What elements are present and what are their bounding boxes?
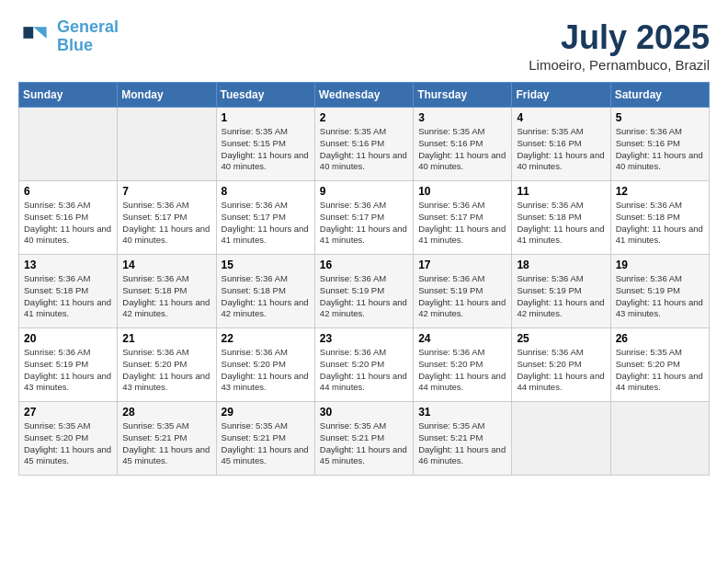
- day-info: Sunrise: 5:35 AM Sunset: 5:20 PM Dayligh…: [616, 347, 704, 394]
- calendar-cell: 26Sunrise: 5:35 AM Sunset: 5:20 PM Dayli…: [610, 328, 709, 402]
- weekday-header-row: SundayMondayTuesdayWednesdayThursdayFrid…: [19, 83, 710, 108]
- day-number: 31: [418, 406, 506, 419]
- day-info: Sunrise: 5:36 AM Sunset: 5:17 PM Dayligh…: [122, 200, 210, 247]
- day-info: Sunrise: 5:36 AM Sunset: 5:18 PM Dayligh…: [517, 200, 605, 247]
- weekday-header: Friday: [512, 83, 610, 108]
- day-number: 23: [320, 332, 408, 345]
- logo-text: General Blue: [57, 18, 119, 55]
- day-number: 9: [320, 185, 408, 198]
- calendar-cell: 12Sunrise: 5:36 AM Sunset: 5:18 PM Dayli…: [610, 181, 709, 255]
- day-info: Sunrise: 5:36 AM Sunset: 5:20 PM Dayligh…: [122, 347, 210, 394]
- day-number: 18: [517, 259, 605, 271]
- day-info: Sunrise: 5:36 AM Sunset: 5:20 PM Dayligh…: [222, 347, 310, 394]
- calendar-cell: 18Sunrise: 5:36 AM Sunset: 5:19 PM Dayli…: [512, 255, 610, 328]
- day-number: 1: [222, 111, 310, 124]
- day-number: 11: [517, 185, 605, 198]
- calendar-cell: 6Sunrise: 5:36 AM Sunset: 5:16 PM Daylig…: [19, 181, 118, 255]
- calendar-cell: 10Sunrise: 5:36 AM Sunset: 5:17 PM Dayli…: [414, 181, 512, 255]
- weekday-header: Wednesday: [314, 83, 413, 108]
- day-number: 14: [122, 259, 210, 271]
- weekday-header: Tuesday: [216, 83, 314, 108]
- calendar-cell: 29Sunrise: 5:35 AM Sunset: 5:21 PM Dayli…: [216, 402, 314, 476]
- calendar-cell: 22Sunrise: 5:36 AM Sunset: 5:20 PM Dayli…: [216, 328, 314, 402]
- day-number: 3: [418, 111, 506, 124]
- calendar-cell: 17Sunrise: 5:36 AM Sunset: 5:19 PM Dayli…: [414, 255, 512, 328]
- calendar-cell: [610, 402, 709, 476]
- day-info: Sunrise: 5:36 AM Sunset: 5:16 PM Dayligh…: [24, 200, 112, 247]
- calendar-cell: [512, 402, 610, 476]
- day-number: 28: [122, 406, 210, 419]
- day-info: Sunrise: 5:36 AM Sunset: 5:20 PM Dayligh…: [517, 347, 605, 394]
- calendar-cell: 21Sunrise: 5:36 AM Sunset: 5:20 PM Dayli…: [118, 328, 216, 402]
- day-number: 5: [616, 111, 704, 124]
- calendar-cell: 24Sunrise: 5:36 AM Sunset: 5:20 PM Dayli…: [414, 328, 512, 402]
- calendar-cell: 31Sunrise: 5:35 AM Sunset: 5:21 PM Dayli…: [414, 402, 512, 476]
- weekday-header: Saturday: [610, 83, 709, 108]
- day-number: 7: [122, 185, 210, 198]
- calendar-cell: [118, 108, 216, 181]
- day-number: 19: [616, 259, 704, 271]
- day-info: Sunrise: 5:35 AM Sunset: 5:20 PM Dayligh…: [24, 420, 112, 467]
- calendar-cell: [19, 108, 118, 181]
- day-info: Sunrise: 5:36 AM Sunset: 5:18 PM Dayligh…: [122, 273, 210, 320]
- calendar-cell: 1Sunrise: 5:35 AM Sunset: 5:15 PM Daylig…: [216, 108, 314, 181]
- day-number: 15: [222, 259, 310, 271]
- day-number: 8: [222, 185, 310, 198]
- day-number: 25: [517, 332, 605, 345]
- calendar-cell: 8Sunrise: 5:36 AM Sunset: 5:17 PM Daylig…: [216, 181, 314, 255]
- calendar-week-row: 20Sunrise: 5:36 AM Sunset: 5:19 PM Dayli…: [19, 328, 710, 402]
- weekday-header: Monday: [118, 83, 216, 108]
- day-info: Sunrise: 5:35 AM Sunset: 5:21 PM Dayligh…: [320, 420, 408, 467]
- calendar-cell: 25Sunrise: 5:36 AM Sunset: 5:20 PM Dayli…: [512, 328, 610, 402]
- day-number: 2: [320, 111, 408, 124]
- calendar-cell: 23Sunrise: 5:36 AM Sunset: 5:20 PM Dayli…: [314, 328, 413, 402]
- day-info: Sunrise: 5:35 AM Sunset: 5:16 PM Dayligh…: [517, 126, 605, 173]
- day-info: Sunrise: 5:36 AM Sunset: 5:19 PM Dayligh…: [24, 347, 112, 394]
- day-number: 26: [616, 332, 704, 345]
- calendar-cell: 13Sunrise: 5:36 AM Sunset: 5:18 PM Dayli…: [19, 255, 118, 328]
- logo: General Blue: [18, 18, 119, 55]
- month-title: July 2025: [529, 18, 710, 57]
- calendar-cell: 30Sunrise: 5:35 AM Sunset: 5:21 PM Dayli…: [314, 402, 413, 476]
- calendar-table: SundayMondayTuesdayWednesdayThursdayFrid…: [18, 82, 710, 476]
- calendar-cell: 28Sunrise: 5:35 AM Sunset: 5:21 PM Dayli…: [118, 402, 216, 476]
- day-number: 30: [320, 406, 408, 419]
- svg-marker-0: [33, 27, 46, 39]
- day-info: Sunrise: 5:36 AM Sunset: 5:17 PM Dayligh…: [320, 200, 408, 247]
- day-number: 29: [222, 406, 310, 419]
- calendar-week-row: 6Sunrise: 5:36 AM Sunset: 5:16 PM Daylig…: [19, 181, 710, 255]
- calendar-cell: 19Sunrise: 5:36 AM Sunset: 5:19 PM Dayli…: [610, 255, 709, 328]
- day-number: 13: [24, 259, 112, 271]
- calendar-cell: 4Sunrise: 5:35 AM Sunset: 5:16 PM Daylig…: [512, 108, 610, 181]
- day-info: Sunrise: 5:35 AM Sunset: 5:21 PM Dayligh…: [222, 420, 310, 467]
- calendar-cell: 20Sunrise: 5:36 AM Sunset: 5:19 PM Dayli…: [19, 328, 118, 402]
- title-block: July 2025 Limoeiro, Pernambuco, Brazil: [529, 18, 710, 73]
- day-info: Sunrise: 5:36 AM Sunset: 5:16 PM Dayligh…: [616, 126, 704, 173]
- svg-rect-1: [23, 27, 33, 39]
- calendar-cell: 3Sunrise: 5:35 AM Sunset: 5:16 PM Daylig…: [414, 108, 512, 181]
- day-info: Sunrise: 5:36 AM Sunset: 5:18 PM Dayligh…: [222, 273, 310, 320]
- weekday-header: Thursday: [414, 83, 512, 108]
- day-number: 20: [24, 332, 112, 345]
- day-number: 10: [418, 185, 506, 198]
- day-info: Sunrise: 5:35 AM Sunset: 5:15 PM Dayligh…: [222, 126, 310, 173]
- day-number: 17: [418, 259, 506, 271]
- day-number: 27: [24, 406, 112, 419]
- calendar-cell: 2Sunrise: 5:35 AM Sunset: 5:16 PM Daylig…: [314, 108, 413, 181]
- day-info: Sunrise: 5:36 AM Sunset: 5:20 PM Dayligh…: [418, 347, 506, 394]
- day-number: 21: [122, 332, 210, 345]
- day-number: 6: [24, 185, 112, 198]
- day-number: 16: [320, 259, 408, 271]
- day-info: Sunrise: 5:36 AM Sunset: 5:17 PM Dayligh…: [418, 200, 506, 247]
- calendar-cell: 15Sunrise: 5:36 AM Sunset: 5:18 PM Dayli…: [216, 255, 314, 328]
- calendar-week-row: 27Sunrise: 5:35 AM Sunset: 5:20 PM Dayli…: [19, 402, 710, 476]
- calendar-week-row: 13Sunrise: 5:36 AM Sunset: 5:18 PM Dayli…: [19, 255, 710, 328]
- calendar-cell: 27Sunrise: 5:35 AM Sunset: 5:20 PM Dayli…: [19, 402, 118, 476]
- day-info: Sunrise: 5:36 AM Sunset: 5:20 PM Dayligh…: [320, 347, 408, 394]
- calendar-cell: 14Sunrise: 5:36 AM Sunset: 5:18 PM Dayli…: [118, 255, 216, 328]
- day-info: Sunrise: 5:35 AM Sunset: 5:16 PM Dayligh…: [320, 126, 408, 173]
- day-info: Sunrise: 5:36 AM Sunset: 5:18 PM Dayligh…: [616, 200, 704, 247]
- calendar-cell: 9Sunrise: 5:36 AM Sunset: 5:17 PM Daylig…: [314, 181, 413, 255]
- location: Limoeiro, Pernambuco, Brazil: [529, 57, 710, 73]
- day-info: Sunrise: 5:35 AM Sunset: 5:21 PM Dayligh…: [122, 420, 210, 467]
